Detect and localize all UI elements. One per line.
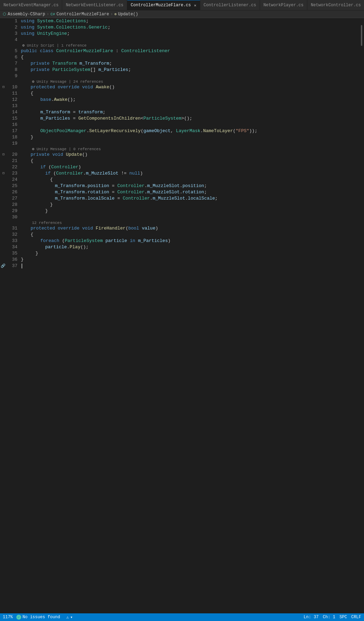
code-line-12: base.Awake();	[21, 97, 359, 103]
line-num-20: ⊟ 20	[0, 152, 21, 158]
breadcrumb-file-icon: C#	[50, 12, 55, 16]
status-bar: 117% ✓ No issues found ⚠ ▾ Ln: 37 Ch: 1 …	[0, 613, 364, 621]
line-num-16: 16	[0, 122, 21, 128]
line-num-32: 32	[0, 232, 21, 238]
code-line-9	[21, 73, 359, 79]
line-num-19: 19	[0, 140, 21, 147]
line-num-2: 2	[0, 24, 21, 31]
breadcrumb-symbol-icon: ⊕	[114, 12, 117, 16]
code-line-27: m_Transform.localScale = Controller.m_Mu…	[21, 195, 359, 202]
check-icon: ✓	[16, 615, 21, 620]
line-num-24: 24	[0, 177, 21, 183]
tab-controller-listener[interactable]: ControllerListener.cs	[200, 0, 260, 10]
code-line-15: m_Particles = GetComponentsInChildren<Pa…	[21, 115, 359, 122]
line-ending-label[interactable]: CRLF	[351, 615, 361, 620]
line-num-23: ⊟ 23	[0, 170, 21, 177]
tab-label: NetworkEventListener.cs	[66, 3, 123, 8]
tab-label: NetworkPlayer.cs	[264, 3, 304, 8]
breadcrumb-sep1: ›	[47, 12, 49, 17]
code-line-37	[21, 263, 359, 269]
line-num-11: 11	[0, 90, 21, 97]
status-zoom[interactable]: 117%	[3, 615, 13, 620]
line-num-6: 6	[0, 54, 21, 61]
tab-network-player[interactable]: NetworkPlayer.cs	[260, 0, 307, 10]
line-num-25: 25	[0, 183, 21, 189]
line-num-5: 5	[0, 48, 21, 54]
code-line-10: protected override void Awake()	[21, 84, 359, 90]
code-line-19	[21, 140, 359, 147]
line-num-29: 29	[0, 208, 21, 214]
code-line-5: public class ControllerMuzzleFlare : Con…	[21, 48, 359, 54]
tab-network-event-listener[interactable]: NetworkEventListener.cs	[62, 0, 127, 10]
code-line-11: {	[21, 90, 359, 97]
tab-bar: NetworkEventManager.cs NetworkEventListe…	[0, 0, 364, 10]
line-num-30: 30	[0, 214, 21, 220]
code-line-16	[21, 122, 359, 128]
code-line-3: using UnityEngine;	[21, 31, 359, 37]
code-line-31: protected override void FireHandler(bool…	[21, 225, 359, 232]
line-num-22: 22	[0, 164, 21, 170]
line-num-31: 31	[0, 225, 21, 232]
scrollbar-thumb[interactable]	[361, 25, 362, 46]
cursor-position-col[interactable]: Ch: 1	[323, 615, 335, 620]
code-line-34: particle.Play();	[21, 244, 359, 250]
line-num-7: 7	[0, 61, 21, 67]
code-line-1: using System.Collections;	[21, 18, 359, 24]
code-line-26: m_Transform.rotation = Controller.m_Muzz…	[21, 189, 359, 195]
code-line-22: if (Controller)	[21, 164, 359, 170]
fold-icon-10[interactable]: ⊟	[1, 85, 6, 89]
line-num-15: 15	[0, 115, 21, 122]
code-editor[interactable]: using System.Collections; using System.C…	[21, 18, 359, 613]
fold-icon-23[interactable]: ⊟	[1, 171, 6, 176]
line-num-8: 8	[0, 67, 21, 73]
breadcrumb-sep2: ›	[111, 12, 113, 17]
line-num-37: 🔗 37	[0, 263, 21, 269]
line-num-26: 26	[0, 189, 21, 195]
code-line-7: private Transform m_Transform;	[21, 61, 359, 67]
code-line-28: }	[21, 202, 359, 208]
close-icon[interactable]: ✕	[194, 3, 196, 8]
breadcrumb-symbol[interactable]: Update()	[118, 12, 138, 17]
line-num-34: 34	[0, 244, 21, 250]
vertical-scrollbar[interactable]	[359, 18, 364, 613]
breadcrumb-project-icon: ⬡	[3, 12, 6, 16]
breadcrumb: ⬡ Assembly-CSharp › C# ControllerMuzzleF…	[0, 10, 364, 18]
tab-network-event-manager[interactable]: NetworkEventManager.cs	[0, 0, 62, 10]
encoding-label[interactable]: SPC	[340, 615, 347, 620]
cursor-position-line[interactable]: Ln: 37	[304, 615, 318, 620]
tab-controller-muzzle-flare[interactable]: ControllerMuzzleFlare.cs ✕	[127, 0, 200, 10]
line-num-33: 33	[0, 238, 21, 244]
code-line-17: ObjectPoolManager.SetLayerRecursively(ga…	[21, 128, 359, 134]
breadcrumb-project[interactable]: Assembly-CSharp	[8, 12, 45, 17]
code-line-29: }	[21, 208, 359, 214]
line-num-3: 3	[0, 31, 21, 37]
code-line-30	[21, 214, 359, 220]
status-issues[interactable]: ✓ No issues found	[16, 615, 60, 620]
code-line-8: private ParticleSystem[] m_Particles;	[21, 67, 359, 73]
fold-icon-20[interactable]: ⊟	[1, 153, 6, 157]
code-line-13	[21, 103, 359, 109]
code-line-23: if (Controller.m_MuzzleSlot != null)	[21, 170, 359, 177]
breadcrumb-file[interactable]: ControllerMuzzleFlare	[56, 12, 109, 17]
code-line-4	[21, 37, 359, 43]
status-warning-icon[interactable]: ⚠ ▾	[66, 615, 73, 620]
code-action-icon[interactable]: 🔗	[1, 263, 6, 269]
hint-icon-10: ⚙	[32, 80, 34, 84]
line-num-9: 9	[0, 73, 21, 79]
dropdown-icon: ▾	[70, 615, 73, 620]
line-gutter: 1 2 3 4 5 6 7 8 9 ⊟ 10 11 12 13 14 15 16…	[0, 18, 21, 613]
tab-label: ControllerMuzzleFlare.cs	[131, 3, 191, 8]
hint-icon-5: ⚙	[22, 43, 25, 48]
line-num-14: 14	[0, 109, 21, 115]
code-line-2: using System.Collections.Generic;	[21, 24, 359, 31]
line-num-13: 13	[0, 103, 21, 109]
line-num-1: 1	[0, 18, 21, 24]
line-num-35: 35	[0, 250, 21, 257]
hint-line-5: ⚙ Unity Script | 1 reference	[21, 43, 359, 48]
hint-line-10: ⚙ Unity Message | 24 references	[21, 79, 359, 84]
code-line-18: }	[21, 134, 359, 140]
line-num-4: 4	[0, 37, 21, 43]
tab-network-controller[interactable]: NetworkController.cs	[307, 0, 364, 10]
code-line-36: }	[21, 257, 359, 263]
code-line-35: }	[21, 250, 359, 257]
